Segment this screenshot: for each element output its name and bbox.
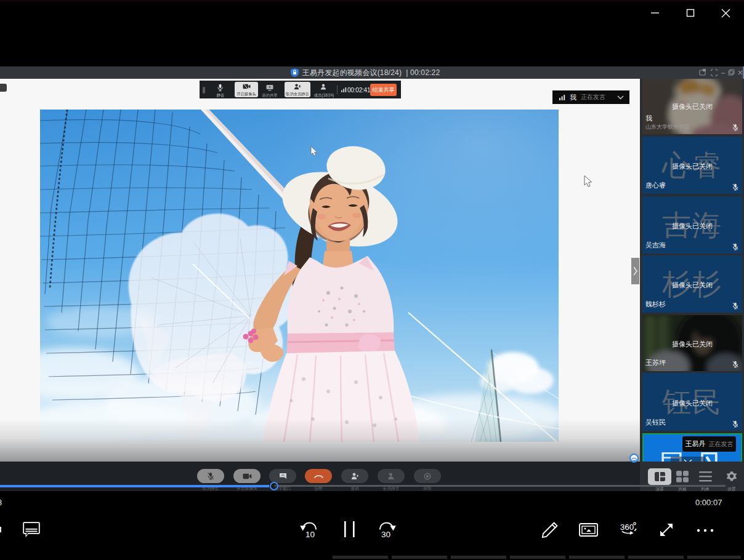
svg-text:30: 30 bbox=[381, 530, 390, 539]
svg-text:360: 360 bbox=[620, 522, 634, 532]
svg-text:10: 10 bbox=[305, 530, 315, 539]
